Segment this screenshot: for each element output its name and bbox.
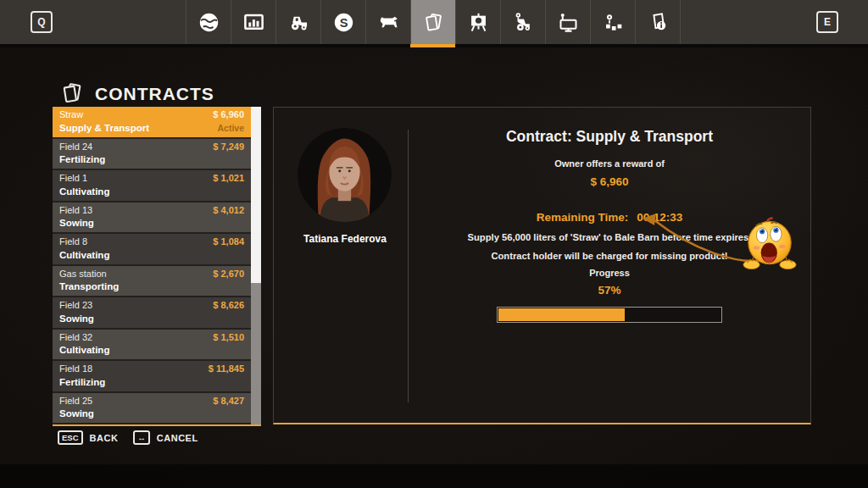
contract-type: Fertilizing bbox=[59, 377, 105, 388]
sheet-info-icon bbox=[647, 11, 670, 34]
contract-reward: $ 8,427 bbox=[213, 396, 244, 407]
contract-type: Sowing bbox=[59, 313, 94, 324]
progress-bar bbox=[497, 307, 722, 323]
contract-reward: $ 2,670 bbox=[213, 269, 244, 280]
cancel-button[interactable]: ↔ CANCEL bbox=[133, 430, 198, 445]
contract-reward: $ 11,845 bbox=[209, 363, 244, 374]
contract-list-item[interactable]: Field 1$ 1,021Cultivating bbox=[53, 170, 251, 202]
tab-logistics[interactable] bbox=[590, 0, 635, 44]
contract-name: Field 1 bbox=[59, 173, 87, 184]
cow-icon bbox=[377, 11, 400, 34]
tab-helpers[interactable] bbox=[500, 0, 545, 44]
cancel-label: CANCEL bbox=[157, 433, 198, 443]
coin-icon: S bbox=[332, 11, 355, 34]
contract-reward: $ 4,012 bbox=[213, 205, 244, 216]
back-button[interactable]: ESC BACK bbox=[58, 430, 118, 445]
owner-portrait bbox=[296, 126, 393, 224]
tab-production[interactable] bbox=[455, 0, 500, 44]
contract-list: Straw$ 6,960Supply & TransportActiveFiel… bbox=[53, 107, 251, 424]
monitor-icon bbox=[557, 11, 580, 34]
contract-type: Transporting bbox=[59, 281, 119, 292]
contracts-icon bbox=[422, 11, 445, 34]
contract-list-item[interactable]: Field 32$ 1,510Cultivating bbox=[53, 330, 251, 362]
contract-list-item[interactable]: Field 13$ 4,012Sowing bbox=[53, 202, 251, 235]
globe-icon bbox=[198, 11, 220, 34]
footer-actions: ESC BACK ↔ CANCEL bbox=[58, 430, 198, 445]
tab-map[interactable] bbox=[186, 0, 231, 44]
tractor-icon bbox=[287, 11, 310, 34]
contract-list-item[interactable]: Gas station$ 2,670Transporting bbox=[53, 266, 251, 298]
list-bottom-accent bbox=[53, 424, 261, 426]
contract-name: Field 32 bbox=[59, 332, 92, 343]
bottom-vignette bbox=[0, 464, 868, 488]
tractor-pin-icon bbox=[512, 11, 535, 34]
contract-name: Field 25 bbox=[59, 396, 92, 407]
reward-value: $ 6,960 bbox=[415, 175, 804, 188]
panel-divider bbox=[408, 130, 409, 402]
contract-name: Field 18 bbox=[59, 363, 92, 374]
contract-reward: $ 1,021 bbox=[213, 173, 244, 184]
progress-fill bbox=[498, 308, 625, 321]
tab-contracts[interactable] bbox=[410, 0, 455, 44]
contract-type: Fertilizing bbox=[59, 154, 105, 165]
contract-type: Cultivating bbox=[59, 345, 109, 356]
contract-list-item[interactable]: Field 25$ 8,427Sowing bbox=[53, 393, 251, 425]
contract-list-item[interactable]: Straw$ 6,960Supply & TransportActive bbox=[53, 107, 251, 139]
contract-list-item[interactable]: Field 18$ 11,845Fertilizing bbox=[53, 361, 251, 393]
list-scrollbar[interactable] bbox=[251, 107, 261, 424]
contract-type: Supply & Transport bbox=[59, 123, 149, 134]
tab-finances[interactable]: S bbox=[320, 0, 365, 44]
contract-name: Gas station bbox=[59, 269, 107, 280]
easel-icon bbox=[467, 11, 490, 34]
contract-name: Field 23 bbox=[59, 300, 92, 311]
contracts-screen: Q S E CONTRACTS Straw$ 6,960Supply & Tra… bbox=[0, 0, 868, 488]
reward-label: Owner offers a reward of bbox=[415, 158, 804, 169]
contract-type: Cultivating bbox=[59, 186, 109, 197]
contract-list-item[interactable]: Field 23$ 8,626Sowing bbox=[53, 297, 251, 330]
contracts-title-icon bbox=[59, 80, 85, 106]
list-scrollbar-thumb[interactable] bbox=[251, 107, 261, 283]
owner-name: Tatiana Federova bbox=[274, 233, 416, 245]
contract-name: Field 8 bbox=[59, 236, 87, 247]
contract-type: Sowing bbox=[59, 408, 94, 419]
contract-reward: $ 8,626 bbox=[213, 300, 244, 311]
contract-type: Sowing bbox=[59, 218, 94, 229]
contract-name: Field 13 bbox=[59, 205, 92, 216]
next-tab-key-hint[interactable]: E bbox=[816, 11, 838, 33]
contract-reward: $ 6,960 bbox=[213, 109, 244, 120]
prev-tab-key-hint[interactable]: Q bbox=[31, 11, 53, 33]
top-toolbar: Q S E bbox=[0, 0, 868, 47]
tab-shop[interactable] bbox=[545, 0, 590, 44]
contract-list-item[interactable]: Field 24$ 7,249Fertilizing bbox=[53, 139, 251, 171]
contract-reward: $ 1,510 bbox=[213, 332, 244, 343]
contract-list-item[interactable]: Field 8$ 1,084Cultivating bbox=[53, 234, 251, 266]
tab-vehicles[interactable] bbox=[275, 0, 320, 44]
contract-reward: $ 7,249 bbox=[213, 141, 244, 152]
contract-type: Cultivating bbox=[59, 250, 109, 261]
contract-name: Field 24 bbox=[59, 141, 92, 152]
toolbar-tabs: S bbox=[186, 0, 681, 44]
contract-status: Active bbox=[217, 123, 244, 134]
tab-animals[interactable] bbox=[365, 0, 410, 44]
contract-detail-panel: Tatiana Federova Contract: Supply & Tran… bbox=[273, 107, 811, 424]
svg-text:S: S bbox=[339, 15, 348, 29]
contract-name: Straw bbox=[59, 109, 83, 120]
contract-reward: $ 1,084 bbox=[213, 236, 244, 247]
nodes-icon bbox=[602, 11, 625, 34]
stats-icon bbox=[242, 11, 265, 34]
contract-title: Contract: Supply & Transport bbox=[415, 128, 804, 146]
tab-info[interactable] bbox=[635, 0, 680, 44]
progress-percent: 57% bbox=[415, 284, 804, 297]
remaining-time-label: Remaining Time: bbox=[537, 211, 629, 224]
cancel-key-icon: ↔ bbox=[133, 430, 150, 445]
back-label: BACK bbox=[90, 433, 119, 443]
esc-key-icon: ESC bbox=[58, 430, 83, 445]
shocked-emoji-icon bbox=[738, 211, 801, 277]
page-title: CONTRACTS bbox=[95, 84, 214, 104]
tab-statistics[interactable] bbox=[231, 0, 275, 44]
